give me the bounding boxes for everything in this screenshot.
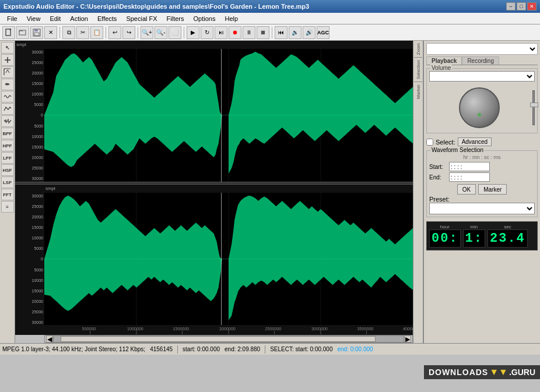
- menu-special-fx[interactable]: Special FX: [121, 14, 162, 23]
- tool-bpf[interactable]: BPF: [1, 128, 14, 139]
- minimize-button[interactable]: −: [506, 2, 516, 10]
- advanced-button[interactable]: Advanced: [458, 137, 492, 146]
- undo-button[interactable]: ↩: [108, 26, 121, 39]
- volume-dropdown[interactable]: [429, 71, 535, 82]
- close-file-button[interactable]: ✕: [44, 26, 57, 39]
- backward-button[interactable]: ⏮: [275, 26, 287, 39]
- volume-label: Volume: [430, 65, 452, 71]
- watermark-arrow: ▼▼: [489, 367, 508, 377]
- svg-text:3500000: 3500000: [357, 327, 374, 331]
- cut-button[interactable]: ✂: [76, 26, 89, 39]
- agc-button[interactable]: AGC: [317, 26, 329, 39]
- tool-hsf[interactable]: HSF: [1, 164, 14, 176]
- hour-group: hour 00:: [429, 224, 461, 248]
- waveform-selection-label: Waveform Selection: [430, 147, 485, 153]
- min-digits: 1:: [463, 229, 485, 248]
- zoom-in-button[interactable]: 🔍+: [141, 26, 153, 39]
- tab-recording[interactable]: Recording: [462, 56, 499, 65]
- maximize-button[interactable]: □: [517, 2, 526, 10]
- sec-digits: 23.4: [488, 229, 528, 248]
- svg-text:1000000: 1000000: [127, 327, 143, 331]
- close-button[interactable]: ✕: [527, 2, 537, 10]
- tool-pencil[interactable]: ✏: [1, 79, 14, 90]
- device-select[interactable]: [426, 43, 538, 55]
- volume-knob[interactable]: [459, 87, 500, 128]
- preset-select[interactable]: [429, 203, 535, 214]
- selection-marker-2: [221, 193, 222, 326]
- menu-view[interactable]: View: [22, 14, 45, 23]
- svg-text:1500000: 1500000: [173, 327, 190, 331]
- zoom-out-button[interactable]: 🔍-: [155, 26, 167, 39]
- ok-marker-row: OK Marker: [429, 184, 535, 195]
- tool-lsf[interactable]: LSF: [1, 176, 14, 188]
- ok-button[interactable]: OK: [457, 184, 476, 195]
- playpause-button[interactable]: ⏯: [215, 26, 227, 39]
- watermark-suffix: .GURU: [509, 368, 535, 377]
- tool-eq[interactable]: ≡: [1, 201, 14, 213]
- pause-button[interactable]: ⏸: [243, 26, 255, 39]
- tool-lpf[interactable]: LPF: [1, 152, 14, 164]
- copy-button[interactable]: ⧉: [62, 26, 75, 39]
- selection-marker: [221, 49, 222, 182]
- svg-text:2000000: 2000000: [219, 327, 236, 331]
- tool-cursor[interactable]: ↖: [1, 42, 14, 54]
- end-time-input[interactable]: [449, 172, 490, 182]
- channel2-label-row: smpl: [15, 185, 413, 193]
- knob-fader-row: [429, 85, 535, 130]
- loop-button[interactable]: ↻: [201, 26, 213, 39]
- menu-options[interactable]: Options: [189, 14, 220, 23]
- open-button[interactable]: [16, 26, 29, 39]
- tool-wave[interactable]: [1, 91, 14, 103]
- scrollbar-track[interactable]: [53, 336, 404, 342]
- menu-effects[interactable]: Effects: [93, 14, 121, 23]
- stop-button[interactable]: ⏹: [257, 26, 269, 39]
- menu-file[interactable]: File: [2, 14, 22, 23]
- hour-label: hour: [440, 224, 450, 229]
- time-display: hour 00: min 1: sec 23.4: [426, 221, 538, 250]
- marker-button[interactable]: Marker: [478, 184, 507, 195]
- start-time-input[interactable]: [449, 162, 490, 171]
- toolbar-separator-2: [106, 27, 106, 38]
- toolbar-separator-3: [138, 27, 138, 38]
- tool-hpf[interactable]: HPF: [1, 140, 14, 151]
- fader-thumb[interactable]: [530, 103, 538, 107]
- tool-noise[interactable]: [1, 115, 14, 127]
- svg-text:4000000: 4000000: [403, 327, 413, 331]
- svg-rect-0: [6, 29, 10, 36]
- record-button[interactable]: ⏺: [229, 26, 241, 39]
- volume-down-button[interactable]: 🔉: [289, 26, 301, 39]
- zoom-label: Zoom: [416, 41, 421, 57]
- tool-select[interactable]: [1, 54, 14, 66]
- smpl-label: smpl: [15, 41, 27, 49]
- volume-fader[interactable]: [532, 90, 535, 125]
- toolbar-separator-5: [272, 27, 272, 38]
- save-button[interactable]: [30, 26, 43, 39]
- select-checkbox[interactable]: [426, 139, 433, 146]
- tab-playback[interactable]: Playback: [426, 56, 462, 65]
- tool-fft[interactable]: FFT: [1, 189, 14, 200]
- scroll-right-btn[interactable]: ▶: [404, 336, 411, 342]
- select-label: Select:: [436, 139, 455, 146]
- svg-rect-4: [34, 33, 39, 36]
- menu-filters[interactable]: Filters: [162, 14, 189, 23]
- time-format-label: hr : mn : sc : ms: [429, 154, 535, 160]
- menu-edit[interactable]: Edit: [45, 14, 65, 23]
- volume-up-button[interactable]: 🔊: [303, 26, 315, 39]
- scrollbar-thumb[interactable]: [61, 336, 376, 342]
- channel1-waveform[interactable]: [44, 49, 413, 182]
- window-controls: − □ ✕: [506, 2, 537, 10]
- new-button[interactable]: [2, 26, 15, 39]
- zoom-sidebar: Zoom Selection Marker: [413, 41, 423, 343]
- menu-action[interactable]: Action: [65, 14, 93, 23]
- tool-env[interactable]: [1, 103, 14, 115]
- scroll-left-btn[interactable]: ◀: [46, 336, 53, 342]
- play-button[interactable]: ▶: [187, 26, 199, 39]
- redo-button[interactable]: ↪: [122, 26, 135, 39]
- left-tools-panel: ↖ ✏ BPF HPF LPF HSF LSF FFT ≡: [0, 41, 15, 343]
- paste-button[interactable]: 📋: [90, 26, 103, 39]
- tool-zoom[interactable]: [1, 66, 14, 78]
- channel2-waveform[interactable]: [44, 193, 413, 326]
- zoom-fit-button[interactable]: ⬜: [169, 26, 181, 39]
- horizontal-scrollbar[interactable]: ◀ ▶: [44, 335, 413, 343]
- menu-help[interactable]: Help: [220, 14, 243, 23]
